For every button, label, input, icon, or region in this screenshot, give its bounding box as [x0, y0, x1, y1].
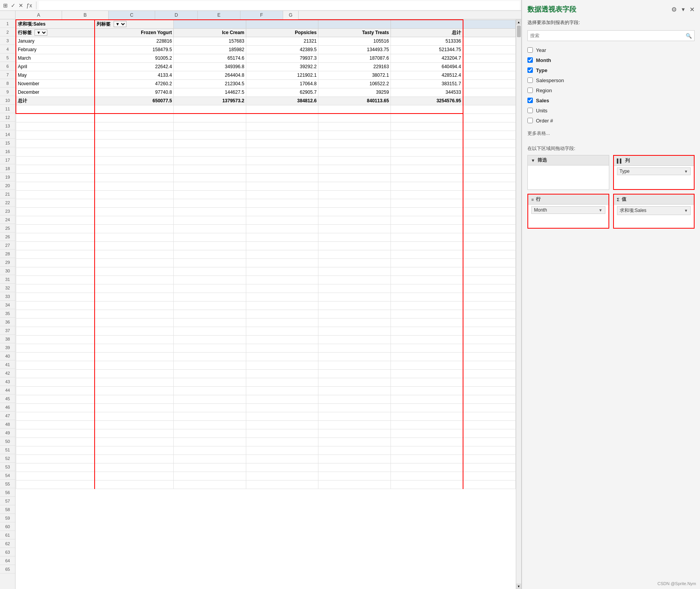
- row-num-16: 16: [0, 147, 15, 156]
- field-type-checkbox[interactable]: [527, 67, 533, 73]
- empty-row-11: [16, 105, 516, 114]
- empty-row-49: [16, 429, 516, 437]
- field-sales-label: Sales: [536, 98, 549, 103]
- empty-row-26: [16, 233, 516, 241]
- values-zone-label: 值: [622, 196, 626, 203]
- row-num-65: 65: [0, 565, 15, 574]
- empty-row-30: [16, 267, 516, 276]
- watermark: CSDN @Sprite.Nym: [657, 581, 696, 586]
- february-g: [463, 45, 516, 54]
- drag-zones: 在以下区域间拖动字段: ▼ 筛选 ▌▌ 列 Type ▼: [522, 141, 700, 232]
- field-year-checkbox[interactable]: [527, 47, 533, 53]
- field-sales: Sales: [527, 95, 695, 105]
- empty-row-45: [16, 395, 516, 403]
- field-sales-checkbox[interactable]: [527, 98, 533, 103]
- field-salesperson: Salesperson: [527, 75, 695, 85]
- col-tasty-treats-header: [391, 20, 463, 28]
- row-num-36: 36: [0, 318, 15, 326]
- panel-controls: ⚙ ▼ ✕: [671, 6, 695, 13]
- november-total: 383151.7: [391, 79, 463, 88]
- values-sales-field[interactable]: 求和项:Sales ▼: [617, 206, 691, 215]
- field-region: Region: [527, 85, 695, 95]
- empty-row-20: [16, 182, 516, 190]
- month-march: March: [16, 54, 95, 62]
- field-region-checkbox[interactable]: [527, 88, 533, 93]
- row-num-47: 47: [0, 412, 15, 420]
- row-num-56: 56: [0, 488, 15, 497]
- row-numbers: 1 2 3 4 5 6 7 8 9 10 11 12 13 14 15 16 1…: [0, 19, 16, 589]
- row-num-4: 4: [0, 45, 15, 53]
- columns-zone: ▌▌ 列 Type ▼: [613, 155, 695, 190]
- row-num-62: 62: [0, 539, 15, 548]
- more-tables-link[interactable]: 更多表格...: [522, 129, 700, 138]
- col-name-frozen-yogurt: Frozen Yogurt: [95, 28, 173, 37]
- columns-zone-header: ▌▌ 列: [614, 156, 694, 166]
- row-num-28: 28: [0, 250, 15, 258]
- row-num-40: 40: [0, 352, 15, 360]
- rows-zone-content: Month ▼: [528, 205, 608, 228]
- scroll-thumb[interactable]: [517, 26, 521, 37]
- col-header-f[interactable]: F: [240, 11, 283, 19]
- row-num-42: 42: [0, 369, 15, 377]
- row-total: 总计 650077.5 1379573.2 384812.6 840113.65…: [16, 96, 516, 105]
- col-header-a[interactable]: A: [16, 11, 62, 19]
- total-g: [463, 96, 516, 105]
- empty-row-21: [16, 190, 516, 199]
- empty-row-32: [16, 284, 516, 293]
- values-zone-content: 求和项:Sales ▼: [614, 205, 694, 228]
- search-bar[interactable]: 🔍: [527, 30, 695, 41]
- row-num-30: 30: [0, 267, 15, 275]
- field-month-label: Month: [536, 57, 551, 63]
- columns-type-field[interactable]: Type ▼: [617, 167, 691, 175]
- row-num-21: 21: [0, 190, 15, 198]
- search-icon: 🔍: [686, 33, 692, 39]
- row-num-53: 53: [0, 463, 15, 471]
- search-input[interactable]: [530, 33, 686, 38]
- empty-row-51: [16, 446, 516, 455]
- col-header-b[interactable]: B: [62, 11, 109, 19]
- row-num-32: 32: [0, 284, 15, 292]
- row-num-7: 7: [0, 71, 15, 79]
- field-order-checkbox[interactable]: [527, 118, 533, 123]
- filter-zone-content: [528, 165, 609, 189]
- field-month-checkbox[interactable]: [527, 57, 533, 63]
- row-num-43: 43: [0, 377, 15, 386]
- col-header-e[interactable]: E: [198, 11, 240, 19]
- rows-icon: ≡: [531, 197, 534, 202]
- fields-label: 选择要添加到报表的字段:: [527, 19, 695, 26]
- row-num-35: 35: [0, 309, 15, 318]
- empty-row-17: [16, 156, 516, 165]
- field-salesperson-checkbox[interactable]: [527, 78, 533, 83]
- row-num-57: 57: [0, 497, 15, 505]
- settings-button[interactable]: ⚙: [671, 6, 677, 13]
- total-grand: 3254576.95: [391, 96, 463, 105]
- row-filter-dropdown[interactable]: ▼: [35, 29, 47, 36]
- field-year: Year: [527, 45, 695, 55]
- february-total: 521344.75: [391, 45, 463, 54]
- scroll-down-arrow[interactable]: ▼: [516, 584, 522, 589]
- april-frozen-yogurt: 22642.4: [95, 62, 173, 71]
- row-april: April 22642.4 349396.8 39292.2 229163 64…: [16, 62, 516, 71]
- empty-row-24: [16, 216, 516, 224]
- field-units-checkbox[interactable]: [527, 108, 533, 113]
- scrollbar-vertical[interactable]: ▲ ▼: [516, 19, 521, 589]
- row-num-14: 14: [0, 130, 15, 139]
- row-num-39: 39: [0, 343, 15, 352]
- col-header-g[interactable]: G: [283, 11, 299, 19]
- january-tasty-treats: 105516: [318, 37, 391, 45]
- december-g: [463, 88, 516, 96]
- col-header-d[interactable]: D: [155, 11, 198, 19]
- col-header-c[interactable]: C: [109, 11, 155, 19]
- col-filter-dropdown[interactable]: ▼: [114, 21, 126, 27]
- may-g: [463, 71, 516, 79]
- close-button[interactable]: ✕: [690, 6, 695, 13]
- formula-bar: ⊞ ✓ ✕ ƒx: [0, 0, 521, 11]
- row-num-5: 5: [0, 53, 15, 62]
- checkmark-icon: ✓: [11, 2, 16, 9]
- scroll-up-arrow[interactable]: ▲: [516, 19, 522, 25]
- rows-month-field[interactable]: Month ▼: [531, 206, 605, 214]
- formula-input[interactable]: [39, 1, 520, 10]
- empty-row-12: [16, 114, 516, 122]
- field-order: Order #: [527, 115, 695, 126]
- row-num-8: 8: [0, 79, 15, 88]
